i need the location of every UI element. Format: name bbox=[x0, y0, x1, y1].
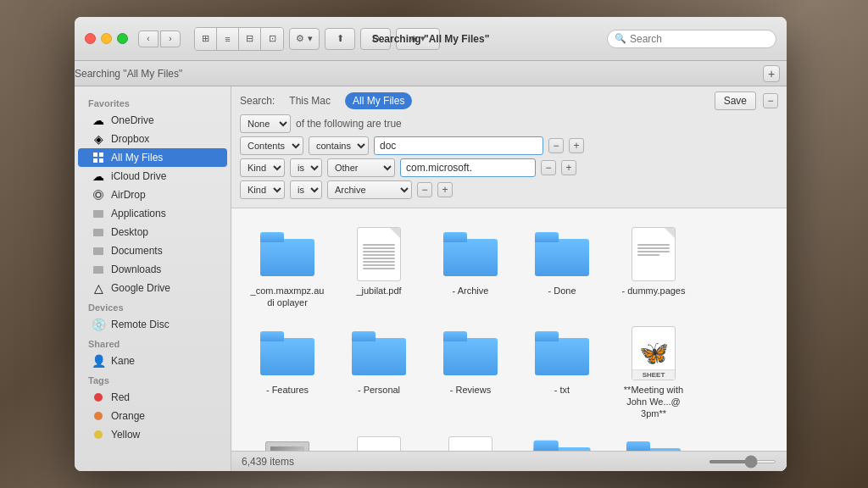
sidebar-item-label: OneDrive bbox=[111, 114, 154, 126]
status-bar: 6,439 items bbox=[231, 451, 787, 471]
this-mac-button[interactable]: This Mac bbox=[281, 92, 338, 109]
devices-section-title: Devices bbox=[75, 297, 231, 315]
close-button[interactable] bbox=[85, 33, 96, 44]
file-name: **Meeting with John We...@ 3pm** bbox=[616, 384, 691, 420]
filter1-operator[interactable]: contains bbox=[309, 136, 369, 155]
filter2-value1[interactable]: Other bbox=[327, 158, 395, 177]
search-input[interactable] bbox=[630, 33, 769, 45]
remove-filter1-button[interactable]: − bbox=[548, 138, 564, 153]
action-button[interactable]: ⚙ ▾ bbox=[289, 28, 320, 50]
minimize-button[interactable] bbox=[101, 33, 112, 44]
list-item[interactable]: $RECYCLE.BIN bbox=[520, 431, 604, 451]
list-item[interactable]: 🦋 SHEET # 5 best 4K games: the best...la… bbox=[337, 431, 421, 451]
file-name: - Archive bbox=[453, 285, 489, 297]
tag-button[interactable]: ⊙ bbox=[360, 28, 391, 50]
filter1-value[interactable] bbox=[374, 136, 543, 155]
filter2-operator[interactable]: is bbox=[290, 158, 322, 177]
save-search-button[interactable]: Save bbox=[715, 92, 756, 110]
folder-icon bbox=[352, 326, 406, 380]
sidebar-item-downloads[interactable]: Downloads bbox=[78, 260, 227, 279]
view-options: ⊞ ≡ ⊟ ⊡ bbox=[194, 27, 284, 51]
sidebar-item-kane[interactable]: 👤 Kane bbox=[78, 352, 227, 370]
dropbox-button[interactable]: ◈ ▾ bbox=[396, 28, 440, 50]
sidebar-item-red[interactable]: Red bbox=[78, 388, 227, 407]
sidebar-item-google-drive[interactable]: △ Google Drive bbox=[78, 279, 227, 297]
sidebar-item-label: Dropbox bbox=[111, 133, 149, 145]
list-item[interactable]: - Archive bbox=[428, 222, 513, 314]
filter3-operator[interactable]: is bbox=[290, 180, 322, 199]
list-item[interactable]: - txt bbox=[520, 321, 604, 425]
filter3-value[interactable]: Archive bbox=[327, 180, 412, 199]
search-bar: Searching "All My Files" + bbox=[75, 61, 787, 86]
sidebar-item-icloud-drive[interactable]: ☁ iCloud Drive bbox=[78, 167, 227, 186]
sidebar-item-documents[interactable]: Documents bbox=[78, 241, 227, 260]
share-button[interactable]: ⬆ bbox=[325, 28, 355, 50]
yellow-tag-icon bbox=[92, 428, 105, 441]
list-item[interactable]: _jubilat.pdf bbox=[337, 222, 421, 314]
sheet-icon: 🦋 SHEET bbox=[352, 436, 406, 451]
list-item[interactable]: - Reviews bbox=[428, 321, 513, 425]
match-type-select[interactable]: None Any All bbox=[240, 114, 291, 133]
sidebar-item-airdrop[interactable]: AirDrop bbox=[78, 186, 227, 204]
sidebar-item-desktop[interactable]: Desktop bbox=[78, 223, 227, 241]
folder-icon bbox=[260, 326, 314, 380]
list-item[interactable]: - dummy.pages bbox=[611, 222, 696, 314]
zoom-slider[interactable] bbox=[709, 460, 776, 463]
svg-rect-0 bbox=[93, 152, 97, 157]
filter-row-0: None Any All of the following are true bbox=[240, 114, 778, 133]
sidebar-item-remote-disc[interactable]: 💿 Remote Disc bbox=[78, 315, 227, 334]
filter3-field[interactable]: Kind bbox=[240, 180, 285, 199]
list-item[interactable]: 🦋 SHEET **Meeting with John We...@ 3pm** bbox=[611, 321, 696, 425]
folder-icon bbox=[260, 227, 314, 281]
svg-point-12 bbox=[94, 430, 103, 439]
google-drive-icon: △ bbox=[92, 281, 105, 295]
svg-point-11 bbox=[94, 412, 103, 420]
add-filter2-button[interactable]: + bbox=[561, 160, 576, 175]
file-name: _jubilat.pdf bbox=[356, 285, 401, 297]
search-box[interactable]: 🔍 bbox=[607, 30, 776, 48]
filter1-field[interactable]: Contents bbox=[240, 136, 303, 155]
folder-icon bbox=[535, 326, 589, 380]
list-item[interactable]: 📄 MD • Age- 45.md bbox=[428, 431, 513, 451]
toolbar: ⊞ ≡ ⊟ ⊡ ⚙ ▾ ⬆ ⊙ ◈ ▾ bbox=[194, 27, 440, 51]
sidebar-item-all-my-files[interactable]: All My Files bbox=[78, 148, 227, 167]
add-filter3-button[interactable]: + bbox=[437, 182, 453, 197]
orange-tag-icon bbox=[92, 409, 105, 423]
filter2-value2[interactable] bbox=[400, 158, 536, 177]
remove-filter-row-main[interactable]: − bbox=[763, 93, 778, 108]
zoom-range-input[interactable] bbox=[709, 460, 776, 463]
sidebar-item-dropbox[interactable]: ◈ Dropbox bbox=[78, 130, 227, 148]
add-filter1-button[interactable]: + bbox=[569, 138, 584, 153]
remove-filter3-button[interactable]: − bbox=[417, 182, 432, 197]
list-item[interactable]: /.JPG bbox=[245, 431, 330, 451]
back-button[interactable]: ‹ bbox=[138, 30, 159, 47]
all-my-files-button[interactable]: All My Files bbox=[345, 92, 412, 109]
sidebar-item-onedrive[interactable]: ☁ OneDrive bbox=[78, 111, 227, 130]
icon-view-button[interactable]: ⊞ bbox=[195, 28, 217, 50]
list-item[interactable]: - Done bbox=[520, 222, 604, 314]
folder-icon bbox=[443, 227, 498, 281]
list-item[interactable]: $RECYCLE.BIN bbox=[611, 431, 696, 451]
list-item[interactable]: - Features bbox=[245, 321, 330, 425]
maximize-button[interactable] bbox=[117, 33, 128, 44]
folder-icon bbox=[535, 436, 589, 451]
list-item[interactable]: - Personal bbox=[337, 321, 421, 425]
svg-rect-2 bbox=[93, 158, 97, 163]
forward-button[interactable]: › bbox=[160, 30, 181, 47]
remove-filter2-button[interactable]: − bbox=[541, 160, 556, 175]
list-item[interactable]: _com.maxmpz.audi oplayer bbox=[245, 222, 330, 314]
desktop-icon bbox=[92, 225, 105, 239]
jpg-file-icon bbox=[260, 436, 314, 451]
filter2-field[interactable]: Kind bbox=[240, 158, 285, 177]
all-my-files-icon bbox=[92, 151, 105, 164]
sidebar-item-yellow[interactable]: Yellow bbox=[78, 425, 227, 444]
sidebar-item-orange[interactable]: Orange bbox=[78, 407, 227, 425]
svg-rect-9 bbox=[93, 266, 103, 274]
sidebar: Favorites ☁ OneDrive ◈ Dropbox All My Fi… bbox=[75, 86, 231, 471]
cover-flow-button[interactable]: ⊡ bbox=[261, 28, 283, 50]
kane-icon: 👤 bbox=[92, 354, 105, 368]
list-view-button[interactable]: ≡ bbox=[217, 28, 239, 50]
sidebar-item-applications[interactable]: Applications bbox=[78, 204, 227, 223]
add-tab-button[interactable]: + bbox=[763, 65, 780, 82]
column-view-button[interactable]: ⊟ bbox=[239, 28, 261, 50]
